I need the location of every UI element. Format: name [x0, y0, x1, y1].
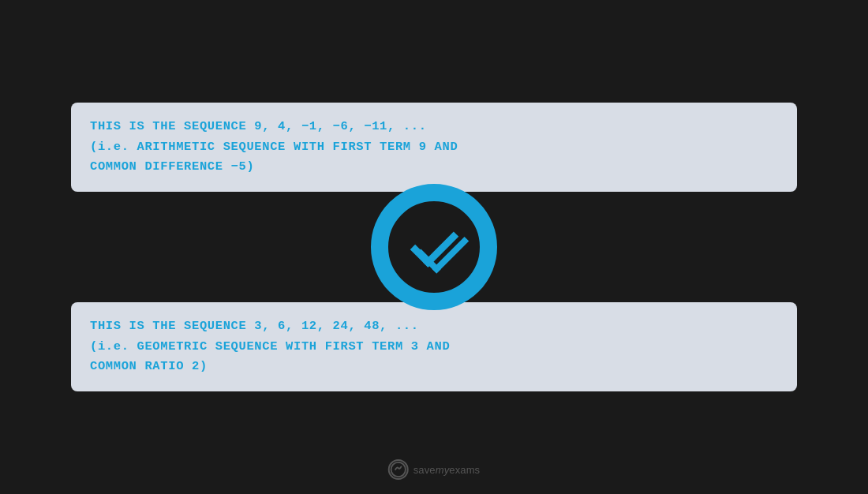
geometric-info-box: THIS IS THE SEQUENCE 3, 6, 12, 24, 48, .…	[71, 302, 797, 391]
svg-point-0	[391, 462, 406, 477]
arithmetic-line3: COMMON DIFFERENCE −5)	[90, 157, 778, 178]
arithmetic-line2: (i.e. ARITHMETIC SEQUENCE WITH FIRST TER…	[90, 137, 778, 158]
circle-ring	[371, 184, 497, 310]
geometric-line1: THIS IS THE SEQUENCE 3, 6, 12, 24, 48, .…	[90, 316, 778, 337]
geometric-line3: COMMON RATIO 2)	[90, 357, 778, 377]
arithmetic-line1: THIS IS THE SEQUENCE 9, 4, −1, −6, −11, …	[90, 117, 778, 137]
geometric-line2: (i.e. GEOMETRIC SEQUENCE WITH FIRST TERM…	[90, 337, 778, 357]
checkmark-icon	[410, 219, 458, 268]
brand-name: savemyexams	[413, 464, 481, 476]
main-container: THIS IS THE SEQUENCE 9, 4, −1, −6, −11, …	[71, 103, 797, 391]
arithmetic-text: THIS IS THE SEQUENCE 9, 4, −1, −6, −11, …	[90, 117, 778, 178]
footer: savemyexams	[388, 459, 481, 480]
brand-logo	[388, 459, 409, 480]
brand-exams: exams	[449, 464, 480, 476]
brand-my: my	[436, 464, 450, 476]
brand-logo-icon	[390, 461, 407, 478]
arithmetic-info-box: THIS IS THE SEQUENCE 9, 4, −1, −6, −11, …	[71, 103, 797, 192]
circle-connector	[355, 184, 513, 310]
brand-save: save	[413, 464, 436, 476]
geometric-text: THIS IS THE SEQUENCE 3, 6, 12, 24, 48, .…	[90, 316, 778, 377]
